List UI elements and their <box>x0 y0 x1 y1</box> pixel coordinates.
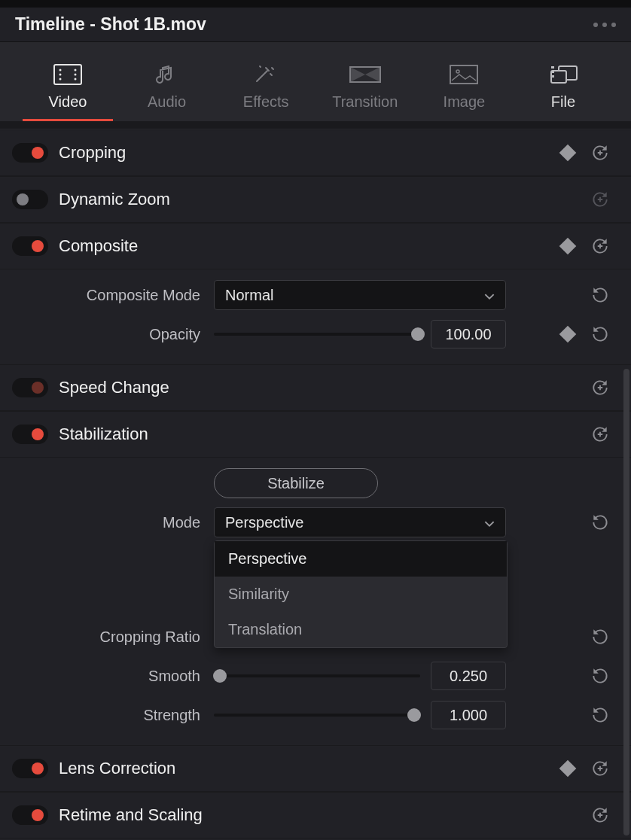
tab-label: Transition <box>332 93 398 111</box>
effects-icon <box>249 63 282 86</box>
scrollbar-thumb[interactable] <box>623 369 629 835</box>
reset-icon[interactable] <box>590 513 610 532</box>
tab-image[interactable]: Image <box>419 63 509 121</box>
section-title: Speed Change <box>59 378 580 397</box>
section-actions <box>590 425 610 444</box>
svg-point-9 <box>456 70 459 73</box>
strength-label: Strength <box>0 707 200 724</box>
reset-add-icon[interactable] <box>590 378 610 397</box>
section-retime-scaling[interactable]: Retime and Scaling <box>0 792 631 838</box>
tab-label: Effects <box>243 93 289 111</box>
svg-rect-12 <box>551 66 554 68</box>
toggle-composite[interactable] <box>12 236 48 256</box>
tab-audio[interactable]: Audio <box>122 63 212 121</box>
audio-icon <box>151 63 184 86</box>
stabilization-body: Stabilize Mode Perspective Perspective S… <box>0 458 631 745</box>
composite-mode-select[interactable]: Normal <box>214 280 506 310</box>
tab-file[interactable]: File <box>518 63 608 121</box>
section-title: Lens Correction <box>59 759 551 778</box>
section-actions <box>590 805 610 825</box>
section-composite[interactable]: Composite <box>0 223 631 269</box>
titlebar: Timeline - Shot 1B.mov <box>0 0 631 42</box>
toggle-retime-scaling[interactable] <box>12 805 48 825</box>
row-composite-mode: Composite Mode Normal <box>0 275 631 315</box>
section-actions <box>562 759 610 778</box>
transition-icon <box>349 63 382 86</box>
smooth-slider[interactable] <box>214 668 420 683</box>
section-title: Dynamic Zoom <box>59 190 580 209</box>
tab-effects[interactable]: Effects <box>221 63 311 121</box>
keyframe-icon[interactable] <box>559 326 577 343</box>
row-strength: Strength 1.000 <box>0 695 631 735</box>
strength-value[interactable]: 1.000 <box>431 701 506 729</box>
select-value: Normal <box>225 287 273 304</box>
section-actions <box>562 236 610 256</box>
toggle-speed-change[interactable] <box>12 378 48 397</box>
dropdown-item-translation[interactable]: Translation <box>215 612 507 647</box>
section-actions <box>590 190 610 209</box>
smooth-label: Smooth <box>0 668 200 685</box>
toggle-stabilization[interactable] <box>12 425 48 444</box>
reset-add-icon[interactable] <box>590 143 610 163</box>
opacity-value[interactable]: 100.00 <box>431 320 506 348</box>
keyframe-icon[interactable] <box>559 760 577 778</box>
composite-body: Composite Mode Normal Opacity <box>0 269 631 364</box>
tab-video[interactable]: Video <box>23 63 113 121</box>
stabilize-button[interactable]: Stabilize <box>214 468 378 498</box>
section-title: Retime and Scaling <box>59 805 580 825</box>
toggle-dynamic-zoom[interactable] <box>12 190 48 209</box>
more-icon[interactable] <box>593 23 616 27</box>
svg-point-1 <box>59 69 62 72</box>
section-title: Composite <box>59 236 551 256</box>
section-title: Cropping <box>59 143 551 163</box>
smooth-value[interactable]: 0.250 <box>431 662 506 690</box>
section-speed-change[interactable]: Speed Change <box>0 364 631 411</box>
dropdown-item-similarity[interactable]: Similarity <box>215 577 507 612</box>
svg-rect-14 <box>551 75 554 78</box>
svg-point-5 <box>75 74 77 76</box>
tab-label: File <box>551 93 575 111</box>
tab-label: Audio <box>148 93 186 111</box>
reset-add-icon[interactable] <box>590 190 610 209</box>
section-stabilization[interactable]: Stabilization <box>0 411 631 458</box>
section-dynamic-zoom[interactable]: Dynamic Zoom <box>0 176 631 223</box>
reset-icon[interactable] <box>590 627 610 647</box>
tab-label: Image <box>444 93 486 111</box>
toggle-lens-correction[interactable] <box>12 759 48 778</box>
row-stab-mode: Mode Perspective Perspective Similarity … <box>0 503 631 542</box>
svg-point-6 <box>75 78 77 81</box>
tabs-bar: Video Audio Effects Transition Image <box>0 42 631 122</box>
opacity-slider[interactable] <box>214 327 420 342</box>
tab-transition[interactable]: Transition <box>320 63 410 121</box>
svg-point-2 <box>59 74 62 76</box>
keyframe-icon[interactable] <box>559 238 577 255</box>
svg-point-3 <box>59 78 62 81</box>
chevron-down-icon <box>484 514 495 531</box>
dropdown-item-perspective[interactable]: Perspective <box>215 541 507 577</box>
stab-mode-dropdown[interactable]: Perspective Similarity Translation <box>214 540 508 648</box>
strength-slider[interactable] <box>214 708 420 723</box>
toggle-cropping[interactable] <box>12 143 48 163</box>
panel-title: Timeline - Shot 1B.mov <box>15 14 206 35</box>
section-cropping[interactable]: Cropping <box>0 129 631 176</box>
stab-mode-select[interactable]: Perspective <box>214 507 506 537</box>
section-lens-correction[interactable]: Lens Correction <box>0 745 631 792</box>
image-icon <box>447 63 480 86</box>
composite-mode-label: Composite Mode <box>0 287 200 304</box>
keyframe-icon[interactable] <box>559 145 577 162</box>
reset-add-icon[interactable] <box>590 805 610 825</box>
sections-scroll[interactable]: Cropping Dynamic Zoom Composite <box>0 129 631 840</box>
reset-icon[interactable] <box>590 285 610 305</box>
section-actions <box>562 143 610 163</box>
reset-icon[interactable] <box>590 666 610 686</box>
svg-rect-13 <box>551 71 554 73</box>
section-actions <box>590 378 610 397</box>
row-stabilize-button: Stabilize <box>0 464 631 503</box>
reset-icon[interactable] <box>590 705 610 725</box>
spacer <box>0 122 631 129</box>
file-icon <box>547 63 580 86</box>
reset-add-icon[interactable] <box>590 425 610 444</box>
reset-icon[interactable] <box>590 324 610 344</box>
reset-add-icon[interactable] <box>590 236 610 256</box>
reset-add-icon[interactable] <box>590 759 610 778</box>
